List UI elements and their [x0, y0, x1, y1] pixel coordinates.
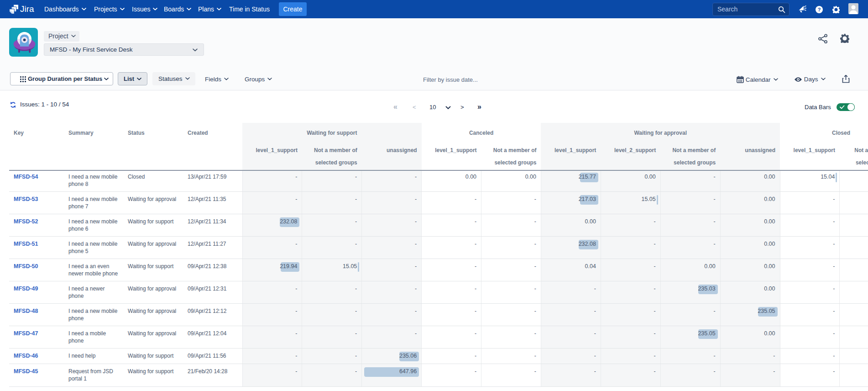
svg-text:?: ?	[818, 7, 821, 12]
